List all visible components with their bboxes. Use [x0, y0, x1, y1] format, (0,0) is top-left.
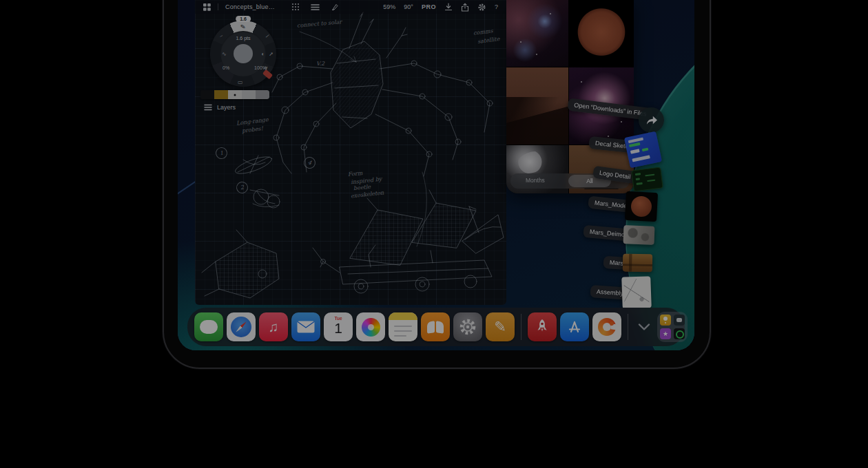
open-book-icon — [427, 321, 444, 333]
forward-share-button[interactable] — [639, 107, 664, 133]
chevron-down-icon — [638, 323, 650, 330]
dock-icon-music[interactable]: ♫ — [259, 312, 288, 341]
dock-divider — [521, 314, 521, 340]
drag-thumb-decal-sketches[interactable] — [624, 131, 662, 169]
app-store-a-icon — [567, 320, 582, 334]
dock-icon-settings[interactable] — [453, 312, 482, 341]
dock-chevron-button[interactable] — [634, 312, 654, 341]
mini-camera-icon — [674, 315, 685, 326]
dock-icon-rocket[interactable] — [528, 312, 557, 341]
chat-bubble-icon — [200, 320, 218, 334]
pen-icon: ✎ — [486, 312, 515, 341]
dock-icon-app-store[interactable] — [560, 312, 589, 341]
dock-divider — [628, 314, 628, 340]
photos-flower-icon — [362, 318, 380, 337]
dock: ♫ Tue 1 — [187, 308, 685, 346]
drag-file-label[interactable]: Logo Detail — [592, 166, 637, 184]
drag-thumb-mars-model[interactable] — [625, 191, 658, 222]
drag-thumb-logo-detail[interactable] — [631, 167, 663, 191]
gear-icon — [458, 317, 477, 337]
dock-icon-creative[interactable] — [592, 312, 621, 341]
envelope-icon — [297, 321, 315, 333]
ipad-screen: connect to solar comms satellite V.2 Lon… — [178, 0, 694, 350]
page-background: connect to solar comms satellite V.2 Lon… — [0, 0, 868, 468]
mini-lightbulb-icon — [660, 315, 671, 326]
drag-thumb-mars-deimos[interactable] — [623, 225, 655, 245]
calendar-day: 1 — [324, 320, 353, 337]
dock-icon-mail[interactable] — [291, 312, 320, 341]
rocket-icon — [535, 319, 550, 335]
dock-icon-app-library[interactable]: ★ — [657, 312, 688, 342]
dock-icon-books[interactable] — [421, 312, 450, 341]
mini-star-icon: ★ — [660, 328, 671, 339]
compass-icon — [231, 317, 251, 337]
dock-icon-safari[interactable] — [227, 312, 256, 341]
drag-thumb-mars[interactable] — [623, 254, 652, 273]
music-note-icon: ♫ — [259, 312, 288, 341]
dock-icon-notes[interactable] — [389, 312, 417, 341]
drag-thumb-assembly[interactable] — [621, 276, 652, 308]
orange-c-icon — [598, 318, 616, 336]
dock-icon-drawing[interactable]: ✎ — [486, 312, 515, 341]
dock-icon-photos[interactable] — [356, 312, 385, 341]
dock-icon-messages[interactable] — [194, 312, 223, 341]
mini-timer-icon — [674, 328, 685, 339]
drag-and-drop-layer: Open “Downloads” in Files Decal Sketches… — [178, 0, 694, 350]
forward-arrow-icon — [645, 115, 658, 126]
notes-header-band — [389, 312, 417, 320]
dock-icon-calendar[interactable]: Tue 1 — [324, 312, 353, 341]
